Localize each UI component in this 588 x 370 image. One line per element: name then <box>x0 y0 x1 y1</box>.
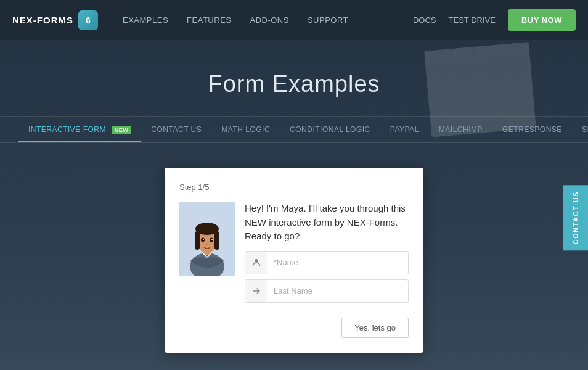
hero-section: 4 Form Examples INTERACTIVE FORM NEW CON… <box>0 40 588 370</box>
tab-paypal[interactable]: PAYPAL <box>380 117 429 142</box>
avatar <box>179 202 235 276</box>
nav-links: EXAMPLES FEATURES ADD-ONS SUPPORT <box>123 15 413 25</box>
navbar: NEX-FORMS 6 EXAMPLES FEATURES ADD-ONS SU… <box>0 0 588 40</box>
svg-point-15 <box>201 238 205 242</box>
nav-test-drive[interactable]: TEST DRIVE <box>449 15 496 25</box>
tab-interactive-form[interactable]: INTERACTIVE FORM NEW <box>18 117 141 142</box>
svg-point-16 <box>210 238 213 242</box>
svg-point-20 <box>255 259 258 263</box>
tab-contact-us[interactable]: CONTACT US <box>141 117 211 142</box>
svg-point-17 <box>203 239 204 240</box>
maya-avatar-svg <box>179 202 235 276</box>
svg-point-18 <box>211 239 213 240</box>
brand-icon: 6 <box>78 10 98 30</box>
tab-mailchimp[interactable]: MAILCHIMP <box>429 117 492 142</box>
tab-math-logic[interactable]: MATH LOGIC <box>211 117 280 142</box>
svg-rect-14 <box>214 231 219 250</box>
tab-signatures[interactable]: SIGNATURES <box>572 117 588 142</box>
brand-name: NEX-FORMS <box>12 15 73 25</box>
tab-getresponse[interactable]: GETRESPONSE <box>492 117 572 142</box>
svg-text:4: 4 <box>472 51 476 57</box>
name-icon <box>245 252 267 274</box>
new-badge: NEW <box>112 126 132 134</box>
brand[interactable]: NEX-FORMS 6 <box>12 10 98 30</box>
nav-addons[interactable]: ADD-ONS <box>250 15 288 25</box>
nav-docs[interactable]: DOCS <box>413 15 436 25</box>
nav-examples[interactable]: EXAMPLES <box>123 15 168 25</box>
arrow-icon <box>245 280 267 302</box>
tab-conditional-logic[interactable]: CONDITIONAL LOGIC <box>280 117 380 142</box>
svg-point-19 <box>206 244 208 245</box>
nav-right: DOCS TEST DRIVE BUY NOW <box>413 9 576 31</box>
nav-features[interactable]: FEATURES <box>187 15 231 25</box>
contact-side-tab-container: CONTACT US <box>563 185 588 250</box>
nav-support[interactable]: SUPPORT <box>308 15 348 25</box>
tab-bar: INTERACTIVE FORM NEW CONTACT US MATH LOG… <box>0 116 588 143</box>
buy-now-button[interactable]: BUY NOW <box>508 9 576 31</box>
contact-us-side-tab[interactable]: CONTACT US <box>563 185 588 250</box>
svg-rect-13 <box>195 231 200 250</box>
